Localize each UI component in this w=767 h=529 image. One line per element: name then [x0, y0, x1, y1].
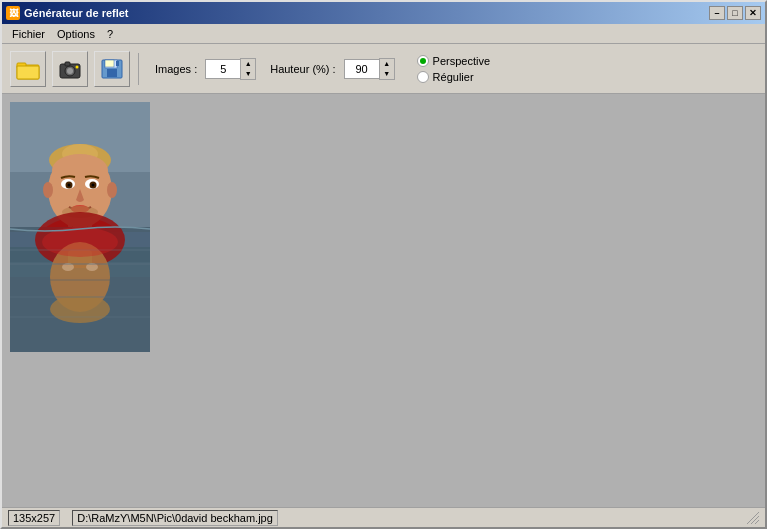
window-title: Générateur de reflet — [24, 7, 129, 19]
hauteur-spin-down[interactable]: ▼ — [380, 69, 394, 79]
preview-image — [10, 102, 150, 352]
images-input[interactable] — [205, 59, 240, 79]
images-control: Images : ▲ ▼ — [155, 58, 256, 80]
menu-fichier[interactable]: Fichier — [6, 26, 51, 42]
svg-point-22 — [52, 154, 108, 186]
minimize-button[interactable]: – — [709, 6, 725, 20]
hauteur-spinner: ▲ ▼ — [344, 58, 395, 80]
menu-help[interactable]: ? — [101, 26, 119, 42]
svg-point-30 — [43, 182, 53, 198]
menubar: Fichier Options ? — [2, 24, 765, 44]
images-spinner-buttons: ▲ ▼ — [240, 58, 256, 80]
svg-rect-6 — [65, 62, 70, 66]
svg-point-41 — [50, 295, 110, 323]
titlebar: 🖼 Générateur de reflet – □ ✕ — [2, 2, 765, 24]
image-container — [10, 102, 150, 352]
titlebar-left: 🖼 Générateur de reflet — [6, 6, 129, 20]
save-button[interactable] — [94, 51, 130, 87]
titlebar-buttons: – □ ✕ — [709, 6, 761, 20]
status-dimensions: 135x257 — [8, 510, 60, 526]
maximize-button[interactable]: □ — [727, 6, 743, 20]
hauteur-control: Hauteur (%) : ▲ ▼ — [270, 58, 394, 80]
svg-line-52 — [755, 520, 759, 524]
svg-rect-11 — [116, 61, 119, 66]
app-icon: 🖼 — [6, 6, 20, 20]
radio-perspective[interactable]: Perspective — [417, 55, 490, 67]
svg-point-28 — [92, 184, 95, 187]
svg-rect-10 — [107, 69, 117, 77]
status-filepath: D:\RaMzY\M5N\Pic\0david beckham.jpg — [72, 510, 278, 526]
main-content — [2, 94, 765, 507]
toolbar-separator — [138, 53, 139, 85]
main-window: 🖼 Générateur de reflet – □ ✕ Fichier Opt… — [0, 0, 767, 529]
camera-button[interactable] — [52, 51, 88, 87]
resize-grip[interactable] — [747, 512, 759, 524]
svg-point-5 — [67, 68, 73, 74]
radio-regulier[interactable]: Régulier — [417, 71, 490, 83]
hauteur-label: Hauteur (%) : — [270, 63, 335, 75]
hauteur-input[interactable] — [344, 59, 379, 79]
images-spin-down[interactable]: ▼ — [241, 69, 255, 79]
menu-options[interactable]: Options — [51, 26, 101, 42]
svg-line-51 — [751, 516, 759, 524]
radio-perspective-circle — [417, 55, 429, 67]
radio-perspective-label: Perspective — [433, 55, 490, 67]
images-spinner: ▲ ▼ — [205, 58, 256, 80]
open-button[interactable] — [10, 51, 46, 87]
radio-regulier-circle — [417, 71, 429, 83]
svg-rect-12 — [105, 60, 114, 67]
svg-point-7 — [76, 65, 79, 68]
images-spin-up[interactable]: ▲ — [241, 59, 255, 69]
hauteur-spin-up[interactable]: ▲ — [380, 59, 394, 69]
hauteur-spinner-buttons: ▲ ▼ — [379, 58, 395, 80]
close-button[interactable]: ✕ — [745, 6, 761, 20]
svg-point-27 — [68, 184, 71, 187]
radio-regulier-label: Régulier — [433, 71, 474, 83]
radio-group: Perspective Régulier — [417, 55, 490, 83]
svg-rect-2 — [17, 66, 39, 79]
toolbar: Images : ▲ ▼ Hauteur (%) : ▲ ▼ — [2, 44, 765, 94]
images-label: Images : — [155, 63, 197, 75]
statusbar: 135x257 D:\RaMzY\M5N\Pic\0david beckham.… — [2, 507, 765, 527]
svg-point-31 — [107, 182, 117, 198]
